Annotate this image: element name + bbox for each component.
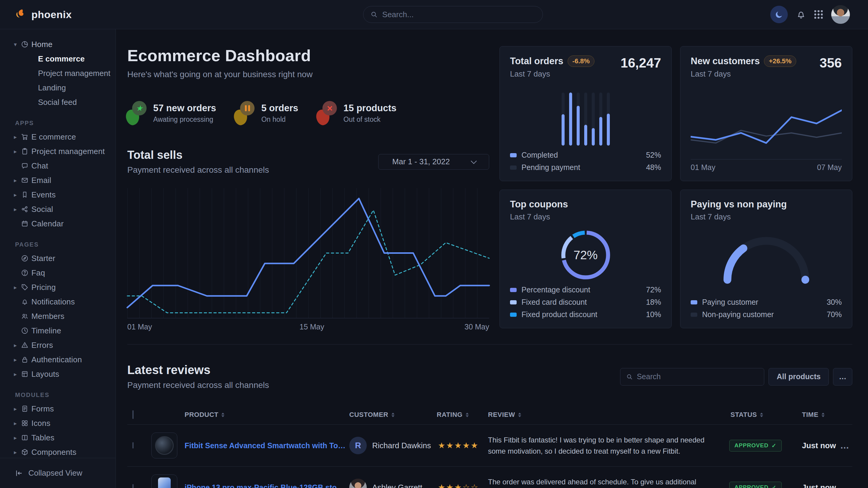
quick-stats: ★ 57 new orders Awating processing: [127, 101, 489, 125]
caret-right-icon: ▸: [14, 191, 21, 198]
coupons-donut-center-label: 72%: [559, 228, 613, 282]
column-header-review[interactable]: REVIEW: [488, 411, 729, 419]
review-text: The order was delivered ahead of schedul…: [488, 476, 729, 488]
phoenix-logo-icon: [14, 8, 27, 21]
customer-cell[interactable]: Ashley Garrett: [346, 479, 437, 488]
latest-reviews-section: Latest reviews Payment received across a…: [127, 344, 852, 488]
column-header-time[interactable]: TIME: [797, 411, 836, 419]
sidebar-item-social-feed[interactable]: Social feed: [0, 95, 116, 109]
caret-right-icon: ▸: [14, 342, 21, 349]
row-more-button[interactable]: …: [836, 441, 853, 451]
sidebar-item-faq[interactable]: Faq: [0, 265, 116, 280]
row-more-button[interactable]: …: [836, 482, 853, 488]
paying-vs-non-paying-card: Paying vs non paying Last 7 days: [680, 190, 852, 328]
caret-right-icon: ▸: [14, 434, 21, 441]
date-range-value: Mar 1 - 31, 2022: [392, 157, 450, 166]
row-checkbox[interactable]: [132, 442, 134, 449]
reviews-table: PRODUCT CUSTOMER RATING REVIEW STATUS: [127, 405, 852, 488]
sidebar-item-email[interactable]: ▸ Email: [0, 173, 116, 188]
column-header-product[interactable]: PRODUCT: [147, 411, 346, 419]
sidebar-item-errors[interactable]: ▸ Errors: [0, 338, 116, 352]
table-row: iPhone 13 pro max-Pacific Blue-128GB sto…: [127, 466, 852, 488]
sidebar-item-e-commerce-dashboard[interactable]: E commerce: [0, 52, 116, 66]
sidebar-item-events[interactable]: ▸ Events: [0, 188, 116, 202]
envelope-icon: [21, 176, 31, 184]
share-icon: [21, 205, 31, 213]
legend-non-paying-customer: Non-paying customer 70%: [691, 310, 842, 319]
sidebar-item-chat[interactable]: Chat: [0, 159, 116, 173]
sidebar-item-home[interactable]: ▾ Home: [0, 37, 116, 52]
date-range-select[interactable]: Mar 1 - 31, 2022: [378, 154, 489, 170]
stat-out-of-stock: × 15 products Out of stock: [318, 101, 397, 125]
sidebar-item-layouts[interactable]: ▸ Layouts: [0, 367, 116, 381]
layout-icon: [21, 370, 31, 378]
check-icon: ✓: [772, 484, 777, 488]
notifications-button[interactable]: [796, 10, 806, 19]
brand-link[interactable]: phoenix: [14, 8, 72, 21]
product-thumbnail-smartwatch: [151, 432, 177, 458]
file-lines-icon: [21, 405, 31, 412]
caret-right-icon: ▸: [14, 148, 21, 155]
chat-icon: [21, 162, 31, 169]
navbar-search[interactable]: [363, 6, 543, 23]
product-link[interactable]: iPhone 13 pro max-Pacific Blue-128GB sto…: [185, 483, 346, 488]
sidebar-item-pricing[interactable]: ▸ Pricing: [0, 280, 116, 294]
calendar-icon: [21, 220, 31, 227]
user-avatar[interactable]: [831, 5, 850, 24]
sidebar-item-ecommerce-app[interactable]: ▸ E commerce: [0, 130, 116, 144]
brand-name: phoenix: [31, 9, 72, 21]
new-customers-badge: +26.5%: [764, 56, 796, 67]
sidebar-item-icons[interactable]: ▸ Icons: [0, 416, 116, 430]
column-header-rating[interactable]: RATING: [437, 411, 488, 419]
tag-icon: [21, 284, 31, 291]
sidebar-item-members[interactable]: Members: [0, 309, 116, 323]
search-icon: [371, 11, 377, 18]
caret-right-icon: ▸: [14, 449, 21, 456]
product-link[interactable]: Fitbit Sense Advanced Smartwatch with To…: [185, 441, 346, 450]
sidebar-item-forms[interactable]: ▸ Forms: [0, 401, 116, 416]
collapsed-view-toggle[interactable]: Collapsed View: [0, 458, 116, 488]
sidebar-item-timeline[interactable]: Timeline: [0, 323, 116, 338]
total-sells-chart: [127, 188, 489, 318]
grid-dots-icon: [814, 10, 823, 19]
sidebar-item-components[interactable]: ▸ Components: [0, 445, 116, 459]
rating-stars: ★★★☆☆: [437, 483, 488, 488]
grid-icon: [21, 420, 31, 427]
caret-right-icon: ▸: [14, 371, 21, 378]
theme-toggle-button[interactable]: [770, 6, 788, 23]
sidebar-section-modules: MODULES: [15, 392, 116, 398]
new-customers-line-chart: [691, 91, 842, 154]
sidebar-item-authentication[interactable]: ▸ Authentication: [0, 352, 116, 367]
sidebar-item-starter[interactable]: Starter: [0, 251, 116, 265]
sidebar-section-pages: PAGES: [15, 241, 116, 248]
customer-cell[interactable]: R Richard Dawkins: [346, 437, 437, 454]
row-checkbox[interactable]: [132, 484, 134, 488]
sidebar-item-project-management-app[interactable]: ▸ Project management: [0, 144, 116, 159]
clipboard-icon: [21, 148, 31, 155]
column-header-status[interactable]: STATUS: [729, 411, 797, 419]
sidebar-item-project-management-dashboard[interactable]: Project management: [0, 66, 116, 80]
apps-grid-button[interactable]: [814, 10, 823, 19]
kpi-cards: Total orders -6.8% Last 7 days 16,247: [499, 46, 852, 332]
legend-fixed-product-discount: Fixed product discount 10%: [510, 310, 661, 319]
sidebar-item-calendar[interactable]: Calendar: [0, 217, 116, 231]
navbar-search-input[interactable]: [382, 10, 535, 19]
reviews-search-input[interactable]: [637, 372, 758, 381]
reviews-title: Latest reviews: [127, 363, 269, 377]
total-sells-subtitle: Payment received across all channels: [127, 165, 269, 175]
sidebar-item-label: Home: [31, 40, 53, 49]
reviews-search[interactable]: [620, 368, 764, 386]
stat-new-orders: ★ 57 new orders Awating processing: [127, 101, 216, 125]
legend-paying-customer: Paying customer 30%: [691, 298, 842, 306]
chevron-down-icon: [471, 158, 477, 164]
time-value: Just now: [797, 441, 836, 450]
column-header-customer[interactable]: CUSTOMER: [346, 411, 437, 419]
all-products-button[interactable]: All products: [769, 368, 829, 386]
sidebar-item-social[interactable]: ▸ Social: [0, 202, 116, 217]
reviews-more-button[interactable]: …: [833, 368, 852, 386]
sidebar-item-landing[interactable]: Landing: [0, 80, 116, 95]
sort-icon: [822, 413, 825, 417]
sidebar-item-notifications[interactable]: Notifications: [0, 294, 116, 309]
select-all-checkbox[interactable]: [132, 410, 134, 419]
sidebar-item-tables[interactable]: ▸ Tables: [0, 430, 116, 445]
